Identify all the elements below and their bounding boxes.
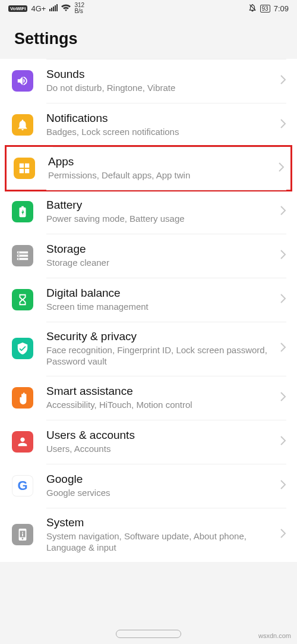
item-subtitle: Storage cleaner [46, 257, 276, 269]
person-icon [12, 431, 33, 453]
system-icon [12, 524, 33, 545]
item-title: Notifications [46, 112, 276, 125]
item-subtitle: Accessibility, HiTouch, Motion control [46, 399, 276, 411]
item-subtitle: Users, Accounts [46, 443, 276, 455]
hourglass-icon [12, 289, 33, 310]
chevron-right-icon [280, 75, 286, 87]
chevron-right-icon [280, 343, 286, 354]
item-title: System [46, 516, 276, 529]
item-subtitle: Google services [46, 487, 276, 499]
item-title: Google [46, 473, 276, 486]
bell-icon [12, 114, 33, 136]
settings-list: SoundsDo not disturb, Ringtone, VibrateN… [0, 59, 297, 562]
item-subtitle: Do not disturb, Ringtone, Vibrate [46, 82, 276, 94]
settings-item-apps[interactable]: AppsPermissions, Default apps, App twin [5, 145, 292, 191]
chevron-right-icon [280, 392, 286, 404]
nav-bar[interactable] [0, 630, 297, 638]
grid-icon [14, 158, 35, 179]
item-text: Security & privacyFace recognition, Fing… [46, 330, 276, 367]
status-bar: VoWiFi 4G+ 312 B/s 93 7:09 [0, 0, 297, 17]
network-type: 4G+ [31, 4, 46, 13]
settings-item-storage[interactable]: StorageStorage cleaner [0, 234, 297, 278]
settings-item-system[interactable]: SystemSystem navigation, Software update… [0, 508, 297, 562]
hand-icon [12, 387, 33, 409]
chevron-right-icon [280, 206, 286, 218]
volume-icon [12, 70, 33, 92]
item-text: SystemSystem navigation, Software update… [46, 516, 276, 554]
item-text: NotificationsBadges, Lock screen notific… [46, 112, 276, 138]
item-text: Users & accountsUsers, Accounts [46, 429, 276, 455]
item-subtitle: Permissions, Default apps, App twin [48, 169, 274, 181]
item-subtitle: System navigation, Software update, Abou… [46, 530, 276, 554]
item-subtitle: Badges, Lock screen notifications [46, 126, 276, 138]
item-title: Users & accounts [46, 429, 276, 442]
google-icon: G [12, 475, 33, 497]
item-text: Smart assistanceAccessibility, HiTouch, … [46, 385, 276, 411]
item-title: Apps [48, 155, 274, 168]
settings-item-security[interactable]: Security & privacyFace recognition, Fing… [0, 322, 297, 376]
chevron-right-icon [280, 250, 286, 262]
wifi-icon [61, 4, 71, 13]
settings-item-battery[interactable]: BatteryPower saving mode, Battery usage [0, 190, 297, 234]
status-right: 93 7:09 [248, 4, 289, 14]
chevron-right-icon [280, 436, 286, 448]
item-text: BatteryPower saving mode, Battery usage [46, 199, 276, 225]
net-speed: 312 B/s [74, 2, 84, 14]
item-title: Sounds [46, 68, 276, 81]
storage-icon [12, 245, 33, 266]
clock: 7:09 [274, 4, 289, 13]
item-text: GoogleGoogle services [46, 473, 276, 499]
item-text: StorageStorage cleaner [46, 243, 276, 269]
status-left: VoWiFi 4G+ 312 B/s [8, 2, 84, 14]
dnd-icon [248, 4, 257, 14]
watermark: wsxdn.com [258, 632, 291, 639]
page-header: Settings [0, 17, 297, 59]
chevron-right-icon [280, 529, 286, 541]
home-pill[interactable] [116, 630, 181, 638]
settings-item-sounds[interactable]: SoundsDo not disturb, Ringtone, Vibrate [0, 59, 297, 103]
chevron-right-icon [279, 162, 285, 174]
item-title: Battery [46, 199, 276, 212]
item-title: Smart assistance [46, 385, 276, 398]
item-title: Storage [46, 243, 276, 256]
chevron-right-icon [280, 480, 286, 492]
settings-item-users[interactable]: Users & accountsUsers, Accounts [0, 420, 297, 464]
chevron-right-icon [280, 119, 286, 131]
signal-icon [49, 4, 58, 13]
item-text: Digital balanceScreen time management [46, 287, 276, 313]
settings-item-google[interactable]: GGoogleGoogle services [0, 464, 297, 508]
chevron-right-icon [280, 294, 286, 306]
item-title: Digital balance [46, 287, 276, 300]
page-title: Settings [14, 30, 283, 48]
item-text: SoundsDo not disturb, Ringtone, Vibrate [46, 68, 276, 94]
battery-icon [12, 201, 33, 222]
item-subtitle: Screen time management [46, 301, 276, 313]
shield-icon [12, 338, 33, 359]
item-text: AppsPermissions, Default apps, App twin [48, 155, 274, 181]
settings-item-smart[interactable]: Smart assistanceAccessibility, HiTouch, … [0, 376, 297, 420]
settings-item-digital[interactable]: Digital balanceScreen time management [0, 278, 297, 322]
item-subtitle: Face recognition, Fingerprint ID, Lock s… [46, 344, 276, 367]
battery-indicator: 93 [260, 5, 270, 12]
item-subtitle: Power saving mode, Battery usage [46, 213, 276, 225]
vowifi-badge: VoWiFi [8, 5, 27, 12]
item-title: Security & privacy [46, 330, 276, 343]
settings-item-notifications[interactable]: NotificationsBadges, Lock screen notific… [0, 103, 297, 147]
